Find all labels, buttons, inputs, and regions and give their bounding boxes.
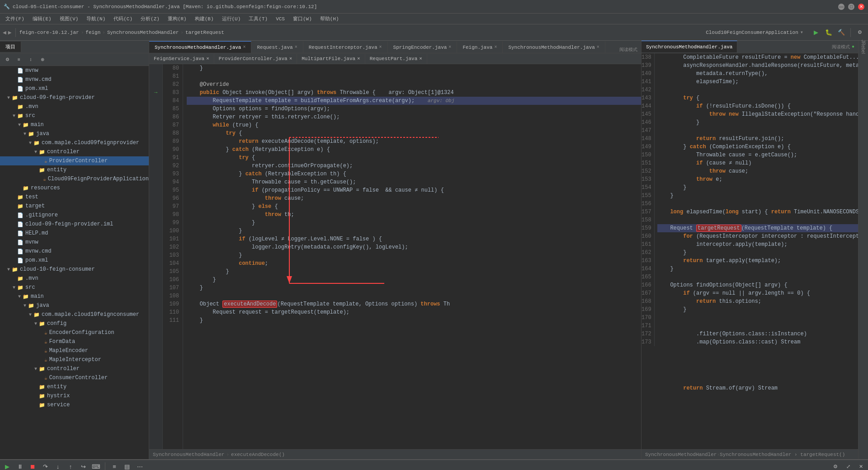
debug-button[interactable]: 🐛 [823, 27, 834, 38]
tab-close-3[interactable]: × [448, 45, 451, 50]
debug-threads[interactable]: ≡ [109, 461, 120, 470]
close-bottom[interactable]: ✕ [855, 461, 866, 470]
settings-button[interactable]: ⚙ [854, 27, 865, 38]
debug-pause[interactable]: ⏸ [14, 461, 25, 470]
run-config-dropdown[interactable]: ▾ [800, 29, 803, 36]
run-button[interactable]: ▶ [811, 27, 821, 38]
reading-mode-toggle[interactable]: ● [852, 44, 854, 49]
tab2-close-1[interactable]: × [289, 56, 292, 61]
tree-item-service[interactable]: 📁service [0, 400, 149, 409]
sidebar-tab-project[interactable]: 项目 [0, 42, 21, 52]
far-right-btn-1[interactable]: JRebel [859, 42, 868, 52]
maximize-button[interactable]: □ [848, 4, 854, 10]
right-code[interactable]: 1381391401411421431441451461471481491501… [642, 53, 858, 449]
toolbar-nav-back[interactable]: ◀ [3, 29, 6, 36]
tab2-close-0[interactable]: × [206, 56, 209, 61]
menu-item-u[interactable]: 运行(U) [218, 14, 245, 23]
tree-item-.mvn2[interactable]: 📁.mvn [0, 274, 149, 283]
settings-bottom[interactable]: ⚙ [830, 461, 841, 470]
tree-item-src2[interactable]: ▼📁src [0, 283, 149, 292]
tree-item-target[interactable]: 📁target [0, 202, 149, 211]
debug-frames[interactable]: ▤ [122, 461, 132, 470]
menu-item-z[interactable]: 分析(Z) [137, 14, 163, 23]
tree-item-mvnw2[interactable]: 📄mvnw [0, 238, 149, 247]
editor-tab-1[interactable]: Request.java× [251, 41, 303, 53]
tree-item-java2[interactable]: ▼📁java [0, 301, 149, 310]
tree-item-main[interactable]: ▼📁main [0, 120, 149, 129]
menu-item-vcs[interactable]: VCS [272, 15, 288, 23]
tab2-close-3[interactable]: × [419, 56, 422, 61]
tree-item-FormData[interactable]: ☕FormData [0, 337, 149, 346]
menu-item-b[interactable]: 构建(B) [191, 14, 217, 23]
tree-item-com.maple.cloud09feignprovider[interactable]: ▼📁com.maple.cloud09feignprovider [0, 138, 149, 147]
minimize-button[interactable]: — [838, 4, 844, 10]
sidebar-btn-1[interactable]: ⚙ [2, 54, 13, 65]
editor-content[interactable]: → 80818283848586878889909192939495969798… [149, 64, 641, 449]
editor-tab-3[interactable]: SpringEncoder.java× [388, 41, 458, 53]
code-area[interactable]: } @Override public Object invoke(Object[… [183, 64, 641, 449]
tree-item-controller2[interactable]: ▼📁controller [0, 364, 149, 373]
tree-item-entity[interactable]: 📁entity [0, 165, 149, 174]
tree-item-config[interactable]: ▼📁config [0, 319, 149, 328]
tab-close-2[interactable]: × [379, 45, 382, 50]
tree-item-ProviderController[interactable]: ☕ProviderController [0, 156, 149, 165]
tree-item-mvnw.cmd2[interactable]: 📄mvnw.cmd [0, 247, 149, 256]
debug-runtoursor[interactable]: ↪ [78, 461, 89, 470]
tab-close-1[interactable]: × [295, 45, 297, 50]
tree-item-pom.xml2[interactable]: 📄pom.xml [0, 256, 149, 265]
sidebar-btn-4[interactable]: ⊕ [37, 54, 48, 65]
debug-more[interactable]: ⋯ [134, 461, 145, 470]
tree-item-test[interactable]: 📁test [0, 193, 149, 202]
expand-bottom[interactable]: ⤢ [843, 461, 854, 470]
editor-tab2-2[interactable]: MultipartFile.java× [297, 54, 365, 64]
tree-item-mvnw.cmd[interactable]: 📄mvnw.cmd [0, 75, 149, 84]
tree-item-EncoderConfiguration[interactable]: ☕EncoderConfiguration [0, 328, 149, 337]
menu-item-f[interactable]: 文件(F) [2, 14, 28, 23]
editor-tab-2[interactable]: RequestInterceptor.java× [303, 41, 388, 53]
sidebar-btn-3[interactable]: ↕ [25, 54, 36, 65]
debug-stepover[interactable]: ↷ [40, 461, 51, 470]
debug-stepout[interactable]: ↑ [65, 461, 76, 470]
tree-item-ConsumerController[interactable]: ☕ConsumerController [0, 373, 149, 382]
tree-item-pom.xml[interactable]: 📄pom.xml [0, 84, 149, 93]
menu-item-r[interactable]: 重构(R) [164, 14, 190, 23]
menu-item-t[interactable]: 工具(T) [245, 14, 271, 23]
editor-tab-4[interactable]: Feign.java× [457, 41, 503, 53]
sidebar-btn-2[interactable]: ≡ [14, 54, 24, 65]
right-tab-sync[interactable]: SynchronousMethodHandler.java [642, 41, 737, 52]
menu-item-c[interactable]: 代码(C) [110, 14, 136, 23]
menu-item-w[interactable]: 窗口(W) [289, 14, 316, 23]
tree-item-resources[interactable]: 📁resources [0, 183, 149, 193]
debug-evaluate[interactable]: ⌨ [90, 461, 101, 470]
tree-item-hystrix[interactable]: 📁hystrix [0, 391, 149, 400]
editor-tab2-1[interactable]: ProviderController.java× [214, 54, 297, 64]
debug-stop[interactable]: ⏹ [27, 461, 38, 470]
tab-close-5[interactable]: × [597, 45, 599, 50]
build-button[interactable]: 🔨 [836, 27, 847, 38]
tree-item-.mvn[interactable]: 📁.mvn [0, 102, 149, 111]
tree-item-main2[interactable]: ▼📁main [0, 292, 149, 301]
tree-item-cloud-10-feign-consumer[interactable]: ▼📁cloud-10-feign-consumer [0, 265, 149, 274]
editor-tab-5[interactable]: SynchronousMethodHandler.java× [503, 41, 605, 53]
tab-close-4[interactable]: × [494, 45, 497, 50]
tree-item-cloud-09-feign-provider.iml[interactable]: 📄cloud-09-feign-provider.iml [0, 220, 149, 229]
tree-item-com.maple.cloud10feignconsumer[interactable]: ▼📁com.maple.cloud10feignconsumer [0, 310, 149, 319]
editor-tab2-3[interactable]: RequestPart.java× [365, 54, 427, 64]
editor-tab-0[interactable]: SynchronousMethodHandler.java× [149, 41, 251, 53]
menu-item-n[interactable]: 导航(N) [83, 14, 109, 23]
tree-item-cloud-09-feign-provider[interactable]: ▼📁cloud-09-feign-provider [0, 93, 149, 102]
debug-stepinto[interactable]: ↓ [52, 461, 63, 470]
file-tree[interactable]: 📄mvnw📄mvnw.cmd📄pom.xml▼📁cloud-09-feign-p… [0, 66, 149, 459]
tree-item-MapleInterceptor[interactable]: ☕MapleInterceptor [0, 355, 149, 364]
toolbar-nav-forward[interactable]: ▶ [8, 29, 12, 36]
debug-resume[interactable]: ▶ [2, 461, 13, 470]
menu-item-v[interactable]: 视图(V) [56, 14, 82, 23]
tree-item-src[interactable]: ▼📁src [0, 111, 149, 120]
tree-item-controller[interactable]: ▼📁controller [0, 147, 149, 156]
tab2-close-2[interactable]: × [357, 56, 360, 61]
tree-item-MapleEncoder[interactable]: ☕MapleEncoder [0, 346, 149, 355]
menu-item-h[interactable]: 帮助(H) [316, 14, 343, 23]
tree-item-entity2[interactable]: 📁entity [0, 382, 149, 391]
menu-item-e[interactable]: 编辑(E) [29, 14, 55, 23]
tree-item-mvnw[interactable]: 📄mvnw [0, 66, 149, 75]
